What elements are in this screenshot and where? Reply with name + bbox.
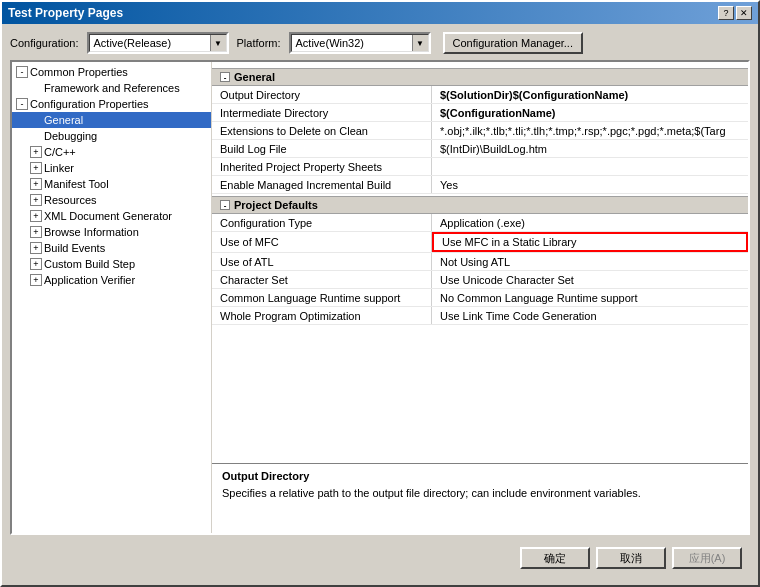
config-select-text[interactable]: Active(Release) [90,35,210,51]
config-select-wrapper[interactable]: Active(Release) ▼ [87,32,229,54]
platform-select-inner: Active(Win32) ▼ [291,34,429,52]
title-bar: Test Property Pages ? ✕ [2,2,758,24]
general-section-title: General [234,71,275,83]
tree-item-debugging[interactable]: Debugging [12,128,211,144]
ok-button[interactable]: 确定 [520,547,590,569]
prop-value-use-atl[interactable]: Not Using ATL [432,253,748,270]
platform-select-wrapper[interactable]: Active(Win32) ▼ [289,32,431,54]
config-select-arrow[interactable]: ▼ [210,35,226,51]
sidebar-item-label: Build Events [44,242,105,254]
prop-name-intermediate-dir: Intermediate Directory [212,104,432,121]
prop-value-char-set[interactable]: Use Unicode Character Set [432,271,748,288]
prop-name-build-log: Build Log File [212,140,432,157]
project-defaults-title: Project Defaults [234,199,318,211]
general-section-header: - General [212,68,748,86]
expand-icon-app-verifier[interactable]: + [30,274,42,286]
prop-value-intermediate-dir[interactable]: $(ConfigurationName) [432,104,748,121]
sidebar-item-label: Browse Information [44,226,139,238]
expand-icon-linker[interactable]: + [30,162,42,174]
expand-icon-custom-build[interactable]: + [30,258,42,270]
project-defaults-section-header: - Project Defaults [212,196,748,214]
expand-icon-cpp[interactable]: + [30,146,42,158]
tree-item-custom-build[interactable]: + Custom Build Step [12,256,211,272]
prop-value-use-mfc[interactable]: Use MFC in a Static Library [432,232,748,252]
expand-icon-build-events[interactable]: + [30,242,42,254]
sidebar-item-label: Application Verifier [44,274,135,286]
prop-value-output-dir[interactable]: $(SolutionDir)$(ConfigurationName) [432,86,748,103]
config-row: Configuration: Active(Release) ▼ Platfor… [10,32,750,54]
prop-name-config-type: Configuration Type [212,214,432,231]
expand-icon-resources[interactable]: + [30,194,42,206]
prop-clr-support: Common Language Runtime support No Commo… [212,289,748,307]
prop-value-incremental-build[interactable]: Yes [432,176,748,193]
prop-name-use-atl: Use of ATL [212,253,432,270]
prop-value-config-type[interactable]: Application (.exe) [432,214,748,231]
prop-name-char-set: Character Set [212,271,432,288]
prop-value-ext-delete[interactable]: *.obj;*.ilk;*.tlb;*.tli;*.tlh;*.tmp;*.rs… [432,122,748,139]
properties-area: - General Output Directory $(SolutionDir… [212,62,748,463]
expand-icon-common[interactable]: - [16,66,28,78]
prop-name-incremental-build: Enable Managed Incremental Build [212,176,432,193]
sidebar-item-label: Configuration Properties [30,98,149,110]
tree-item-xml-doc[interactable]: + XML Document Generator [12,208,211,224]
config-manager-button[interactable]: Configuration Manager... [443,32,583,54]
prop-use-atl: Use of ATL Not Using ATL [212,253,748,271]
prop-name-use-mfc: Use of MFC [212,232,432,252]
prop-name-clr-support: Common Language Runtime support [212,289,432,306]
sidebar-item-label: Framework and References [44,82,180,94]
apply-button[interactable]: 应用(A) [672,547,742,569]
sidebar-item-label: Custom Build Step [44,258,135,270]
prop-name-ext-delete: Extensions to Delete on Clean [212,122,432,139]
platform-select-text[interactable]: Active(Win32) [292,35,412,51]
help-button[interactable]: ? [718,6,734,20]
tree-item-resources[interactable]: + Resources [12,192,211,208]
platform-select-arrow[interactable]: ▼ [412,35,428,51]
sidebar: - Common Properties Framework and Refere… [12,62,212,533]
prop-incremental-build: Enable Managed Incremental Build Yes [212,176,748,194]
tree-item-config-properties[interactable]: - Configuration Properties [12,96,211,112]
expand-icon-xml[interactable]: + [30,210,42,222]
prop-value-inherited-sheets[interactable] [432,158,748,175]
prop-char-set: Character Set Use Unicode Character Set [212,271,748,289]
close-button[interactable]: ✕ [736,6,752,20]
expand-icon-browse[interactable]: + [30,226,42,238]
tree-item-app-verifier[interactable]: + Application Verifier [12,272,211,288]
general-section-toggle[interactable]: - [220,72,230,82]
prop-value-clr-support[interactable]: No Common Language Runtime support [432,289,748,306]
desc-title: Output Directory [222,470,738,482]
project-defaults-toggle[interactable]: - [220,200,230,210]
bottom-buttons: 确定 取消 应用(A) [10,541,750,577]
platform-label: Platform: [237,37,281,49]
prop-output-directory: Output Directory $(SolutionDir)$(Configu… [212,86,748,104]
window-title: Test Property Pages [8,6,123,20]
prop-value-build-log[interactable]: $(IntDir)\BuildLog.htm [432,140,748,157]
main-area: - Common Properties Framework and Refere… [10,60,750,535]
prop-name-wpo: Whole Program Optimization [212,307,432,324]
prop-value-wpo[interactable]: Use Link Time Code Generation [432,307,748,324]
prop-use-mfc: Use of MFC Use MFC in a Static Library [212,232,748,253]
prop-intermediate-directory: Intermediate Directory $(ConfigurationNa… [212,104,748,122]
sidebar-item-label: Common Properties [30,66,128,78]
prop-name-output-dir: Output Directory [212,86,432,103]
sidebar-item-label: Debugging [44,130,97,142]
sidebar-item-label: XML Document Generator [44,210,172,222]
tree-item-framework[interactable]: Framework and References [12,80,211,96]
tree-item-manifest[interactable]: + Manifest Tool [12,176,211,192]
desc-text: Specifies a relative path to the output … [222,486,738,501]
sidebar-item-label: Manifest Tool [44,178,109,190]
sidebar-item-label: Resources [44,194,97,206]
prop-name-inherited-sheets: Inherited Project Property Sheets [212,158,432,175]
tree-item-linker[interactable]: + Linker [12,160,211,176]
tree-item-general[interactable]: General [12,112,211,128]
cancel-button[interactable]: 取消 [596,547,666,569]
prop-wpo: Whole Program Optimization Use Link Time… [212,307,748,325]
tree-item-common-properties[interactable]: - Common Properties [12,64,211,80]
prop-extensions-delete: Extensions to Delete on Clean *.obj;*.il… [212,122,748,140]
expand-icon-manifest[interactable]: + [30,178,42,190]
tree-item-build-events[interactable]: + Build Events [12,240,211,256]
sidebar-item-label: Linker [44,162,74,174]
tree-item-cpp[interactable]: + C/C++ [12,144,211,160]
sidebar-item-label: General [44,114,83,126]
tree-item-browse[interactable]: + Browse Information [12,224,211,240]
expand-icon-config[interactable]: - [16,98,28,110]
